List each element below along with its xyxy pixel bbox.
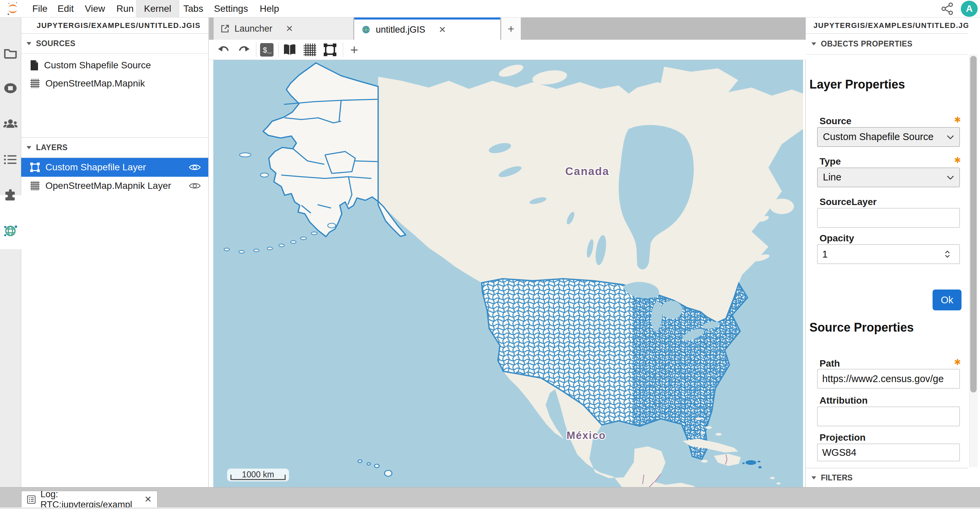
properties-breadcrumb: JUPYTERGIS/EXAMPLES/UNTITLED.JG bbox=[806, 18, 968, 34]
breadcrumb: JUPYTERGIS/EXAMPLES/UNTITLED.JGIS bbox=[21, 18, 208, 34]
attribution-input[interactable] bbox=[817, 407, 960, 426]
bottom-dock-bar: Log: RTC:jupytergis/exampl ✕ bbox=[0, 487, 980, 509]
close-icon[interactable]: ✕ bbox=[439, 25, 446, 35]
share-icon[interactable] bbox=[940, 2, 955, 16]
sourcelayer-input[interactable] bbox=[817, 208, 960, 228]
svg-text:$_: $_ bbox=[263, 46, 272, 55]
menu-help[interactable]: Help bbox=[251, 0, 287, 17]
chevron-down-icon bbox=[947, 135, 954, 139]
source-select[interactable]: Custom Shapefile Source bbox=[817, 127, 960, 147]
globe-icon bbox=[361, 25, 371, 35]
path-label: Path bbox=[819, 358, 840, 369]
type-select[interactable]: Line bbox=[817, 168, 960, 187]
table-of-contents-icon[interactable] bbox=[0, 147, 21, 172]
main-dock: Launcher ✕ untitled.jGIS ✕ + bbox=[209, 18, 806, 487]
log-tab[interactable]: Log: RTC:jupytergis/exampl ✕ bbox=[21, 491, 158, 508]
file-browser-icon[interactable] bbox=[0, 40, 21, 66]
undo-button[interactable] bbox=[216, 42, 232, 58]
opacity-input[interactable] bbox=[817, 244, 960, 264]
source-item-openstreetmap[interactable]: OpenStreetMap.Mapnik bbox=[21, 75, 208, 92]
caret-down-icon bbox=[811, 42, 816, 45]
country-label-canada: Canada bbox=[565, 165, 609, 177]
new-tab-button[interactable]: + bbox=[501, 18, 521, 40]
attribution-label: Attribution bbox=[819, 395, 868, 406]
opacity-stepper[interactable] bbox=[940, 247, 955, 262]
launcher-icon bbox=[220, 24, 230, 34]
log-console-icon bbox=[27, 495, 36, 505]
country-label-mexico: México bbox=[566, 429, 606, 441]
vector-select-button[interactable] bbox=[322, 42, 338, 58]
chevron-down-icon bbox=[947, 176, 954, 180]
layers-section-header[interactable]: LAYERS bbox=[21, 137, 208, 158]
layer-item-openstreetmap[interactable]: OpenStreetMap.Mapnik Layer bbox=[21, 177, 208, 195]
opacity-label: Opacity bbox=[819, 233, 854, 244]
layer-properties-title: Layer Properties bbox=[810, 77, 905, 92]
map-scale-bar: 1000 km bbox=[227, 469, 289, 481]
vector-icon bbox=[30, 162, 40, 172]
menu-bar: File Edit View Run Kernel Tabs Settings … bbox=[0, 0, 980, 18]
jupyter-logo-icon bbox=[5, 2, 20, 16]
tab-launcher[interactable]: Launcher ✕ bbox=[214, 18, 353, 40]
tab-bar: Launcher ✕ untitled.jGIS ✕ + bbox=[209, 18, 806, 40]
source-item-custom-shapefile[interactable]: Custom Shapefile Source bbox=[21, 57, 208, 74]
file-icon bbox=[30, 60, 39, 71]
menu-kernel[interactable]: Kernel bbox=[136, 0, 179, 17]
ok-button[interactable]: Ok bbox=[932, 289, 961, 310]
map-toolbar: $_ + bbox=[209, 40, 806, 60]
running-sessions-icon[interactable] bbox=[0, 75, 21, 101]
filters-section-header[interactable]: FILTERS bbox=[806, 468, 968, 487]
left-sidebar bbox=[0, 18, 21, 490]
required-asterisk: ✱ bbox=[954, 115, 961, 124]
layer-item-custom-shapefile[interactable]: Custom Shapefile Layer bbox=[21, 158, 208, 177]
extension-manager-icon[interactable] bbox=[0, 182, 21, 208]
caret-down-icon bbox=[27, 146, 31, 149]
caret-down-icon bbox=[27, 42, 31, 45]
source-properties-title: Source Properties bbox=[810, 321, 914, 335]
user-avatar[interactable]: A bbox=[961, 1, 978, 17]
sourcelayer-label: SourceLayer bbox=[819, 196, 877, 207]
required-asterisk: ✱ bbox=[954, 357, 961, 367]
raster-grid-icon bbox=[30, 78, 40, 89]
map-canvas[interactable]: Canada México 1000 km bbox=[213, 60, 803, 487]
collaboration-icon[interactable] bbox=[0, 111, 21, 137]
properties-panel: JUPYTERGIS/EXAMPLES/UNTITLED.JG OBJECTS … bbox=[806, 18, 980, 487]
file-browser-panel: JUPYTERGIS/EXAMPLES/UNTITLED.JGIS SOURCE… bbox=[21, 18, 208, 487]
identify-book-button[interactable] bbox=[282, 42, 298, 58]
menu-view[interactable]: View bbox=[77, 0, 113, 17]
close-icon[interactable]: ✕ bbox=[144, 494, 152, 505]
status-strip bbox=[0, 507, 980, 509]
visibility-eye-icon[interactable] bbox=[189, 163, 201, 171]
panel-scrollbar-thumb[interactable] bbox=[970, 56, 977, 393]
objects-properties-header[interactable]: OBJECTS PROPERTIES bbox=[806, 34, 968, 54]
sources-section-header[interactable]: SOURCES bbox=[21, 34, 208, 54]
projection-label: Projection bbox=[819, 432, 865, 443]
properties-form: Layer Properties Source ✱ Custom Shapefi… bbox=[806, 54, 968, 468]
projection-input[interactable] bbox=[817, 444, 960, 461]
redo-button[interactable] bbox=[236, 42, 252, 58]
path-input[interactable] bbox=[817, 369, 960, 388]
required-asterisk: ✱ bbox=[954, 156, 961, 165]
source-label: Source bbox=[819, 116, 851, 126]
add-layer-button[interactable]: + bbox=[346, 42, 362, 58]
caret-down-icon bbox=[811, 476, 816, 479]
type-label: Type bbox=[819, 156, 841, 167]
jupytergis-globe-icon[interactable] bbox=[0, 218, 21, 244]
tab-untitled-jgis[interactable]: untitled.jGIS ✕ bbox=[354, 18, 500, 40]
console-button[interactable]: $_ bbox=[259, 42, 275, 58]
raster-grid-button[interactable] bbox=[302, 42, 318, 58]
menu-settings[interactable]: Settings bbox=[206, 0, 256, 17]
visibility-eye-icon[interactable] bbox=[189, 182, 201, 190]
close-icon[interactable]: ✕ bbox=[286, 24, 293, 34]
raster-grid-icon bbox=[30, 181, 40, 191]
